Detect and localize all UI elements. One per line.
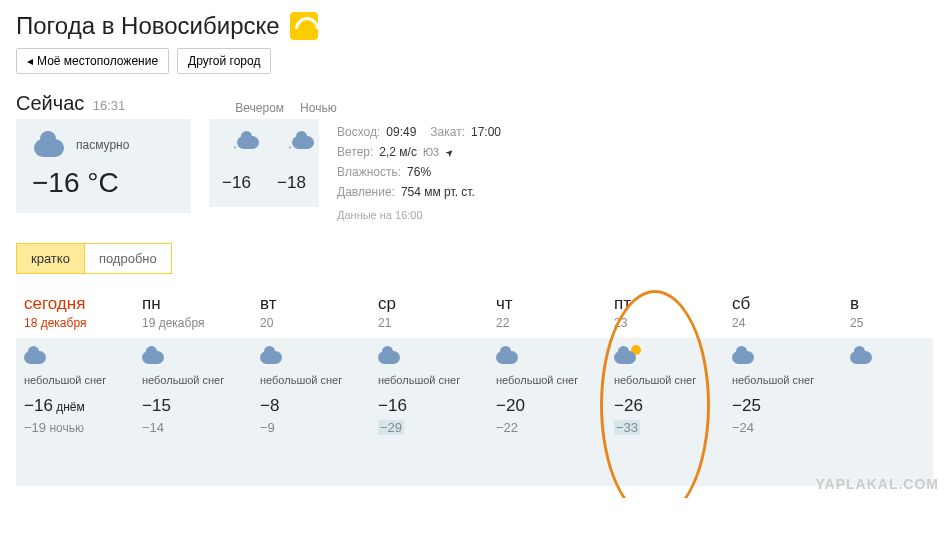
light-snow-icon: *: [142, 348, 166, 366]
sunrise-label: Восход:: [337, 125, 380, 139]
day-body: *небольшой снег−16−29: [370, 338, 488, 486]
sunrise-value: 09:49: [386, 125, 416, 139]
humidity-value: 76%: [407, 165, 431, 179]
sunset-label: Закат:: [430, 125, 465, 139]
tab-brief[interactable]: кратко: [16, 243, 85, 274]
night-temp: −22: [496, 420, 598, 435]
day-name: сб: [732, 294, 834, 314]
pressure-value: 754 мм рт. ст.: [401, 185, 475, 199]
evening-temp: −16: [219, 173, 254, 193]
location-controls: ◂ Моё местоположение Другой город: [16, 48, 933, 74]
data-timestamp: Данные на 16:00: [337, 209, 501, 221]
day-body: *небольшой снег−15−14: [134, 338, 252, 486]
day-head: ср21: [370, 290, 488, 338]
night-temp: −33: [614, 420, 716, 435]
wind-arrow-icon: ➤: [442, 145, 455, 158]
now-time: 16:31: [93, 98, 126, 113]
forecast-day[interactable]: чт22*небольшой снег−20−22: [488, 290, 606, 486]
view-tabs: кратко подробно: [16, 243, 933, 274]
humidity-label: Влажность:: [337, 165, 401, 179]
light-snow-icon: *: [24, 348, 48, 366]
evening-card: * −16: [209, 119, 264, 207]
day-temp: −20: [496, 396, 598, 416]
day-name: в: [850, 294, 933, 314]
day-condition: небольшой снег: [732, 374, 834, 386]
pressure-label: Давление:: [337, 185, 395, 199]
weather-details: Восход: 09:49 Закат: 17:00 Ветер: 2,2 м/…: [337, 119, 501, 221]
forecast-day[interactable]: сегодня18 декабря*небольшой снег−16 днём…: [16, 290, 134, 486]
day-date: 19 декабря: [142, 316, 244, 330]
wind-value: 2,2 м/с: [379, 145, 417, 159]
day-body: *небольшой снег−25−24: [724, 338, 842, 486]
night-temp: −18: [274, 173, 309, 193]
other-city-button[interactable]: Другой город: [177, 48, 271, 74]
day-date: 18 декабря: [24, 316, 126, 330]
light-snow-icon: *: [496, 348, 520, 366]
day-date: 25: [850, 316, 933, 330]
page-title: Погода в Новосибирске: [16, 12, 280, 40]
day-date: 23: [614, 316, 716, 330]
day-head: пт23: [606, 290, 724, 338]
day-name: пн: [142, 294, 244, 314]
forecast-day[interactable]: ср21*небольшой снег−16−29: [370, 290, 488, 486]
day-name: ср: [378, 294, 480, 314]
current-temp: −16 °C: [32, 167, 175, 199]
day-name: чт: [496, 294, 598, 314]
day-date: 21: [378, 316, 480, 330]
now-header: Сейчас 16:31 Вечером Ночью: [16, 92, 933, 115]
day-body: *небольшой снег−20−22: [488, 338, 606, 486]
my-location-button[interactable]: ◂ Моё местоположение: [16, 48, 169, 74]
day-head: сегодня18 декабря: [16, 290, 134, 338]
day-head: сб24: [724, 290, 842, 338]
day-temp: −25: [732, 396, 834, 416]
weather-logo-icon: [290, 12, 318, 40]
day-body: *небольшой снег−26−33: [606, 338, 724, 486]
night-temp: −14: [142, 420, 244, 435]
day-condition: небольшой снег: [496, 374, 598, 386]
light-snow-icon: *: [614, 348, 638, 366]
night-temp: −9: [260, 420, 362, 435]
day-temp: −15: [142, 396, 244, 416]
day-temp: −8: [260, 396, 362, 416]
evening-label: Вечером: [235, 101, 284, 115]
sunset-value: 17:00: [471, 125, 501, 139]
light-snow-icon: *: [225, 133, 249, 151]
location-arrow-icon: ◂: [27, 54, 33, 68]
forecast-day[interactable]: пн19 декабря*небольшой снег−15−14: [134, 290, 252, 486]
light-snow-icon: *: [732, 348, 756, 366]
day-date: 22: [496, 316, 598, 330]
day-condition: небольшой снег: [142, 374, 244, 386]
day-temp: −16 днём: [24, 396, 126, 416]
day-body: *небольшой снег−8−9: [252, 338, 370, 486]
forecast-day[interactable]: пт23*небольшой снег−26−33: [606, 290, 724, 486]
light-snow-icon: *: [280, 133, 304, 151]
my-location-label: Моё местоположение: [37, 54, 158, 68]
day-temp: −16: [378, 396, 480, 416]
day-head: в25: [842, 290, 933, 338]
forecast-row: сегодня18 декабря*небольшой снег−16 днём…: [16, 290, 933, 486]
day-condition: небольшой снег: [378, 374, 480, 386]
light-snow-icon: *: [260, 348, 284, 366]
day-condition: небольшой снег: [24, 374, 126, 386]
watermark: YAPLAKAL.COM: [816, 476, 940, 492]
current-condition: пасмурно: [76, 138, 129, 152]
day-name: вт: [260, 294, 362, 314]
day-body: *небольшой снег−16 днём−19 ночью: [16, 338, 134, 486]
day-temp: −26: [614, 396, 716, 416]
overcast-icon: [32, 133, 68, 157]
tab-detailed[interactable]: подробно: [85, 243, 172, 274]
night-temp: −24: [732, 420, 834, 435]
day-date: 20: [260, 316, 362, 330]
forecast-day[interactable]: сб24*небольшой снег−25−24: [724, 290, 842, 486]
page-header: Погода в Новосибирске: [16, 12, 933, 40]
forecast-day[interactable]: в25*: [842, 290, 933, 486]
night-label: Ночью: [300, 101, 337, 115]
forecast-day[interactable]: вт20*небольшой снег−8−9: [252, 290, 370, 486]
day-name: пт: [614, 294, 716, 314]
light-snow-icon: *: [378, 348, 402, 366]
current-weather-row: пасмурно −16 °C * −16 * −18 Восход: 09:4…: [16, 119, 933, 221]
current-card: пасмурно −16 °C: [16, 119, 191, 213]
day-head: чт22: [488, 290, 606, 338]
day-name: сегодня: [24, 294, 126, 314]
wind-label: Ветер:: [337, 145, 373, 159]
